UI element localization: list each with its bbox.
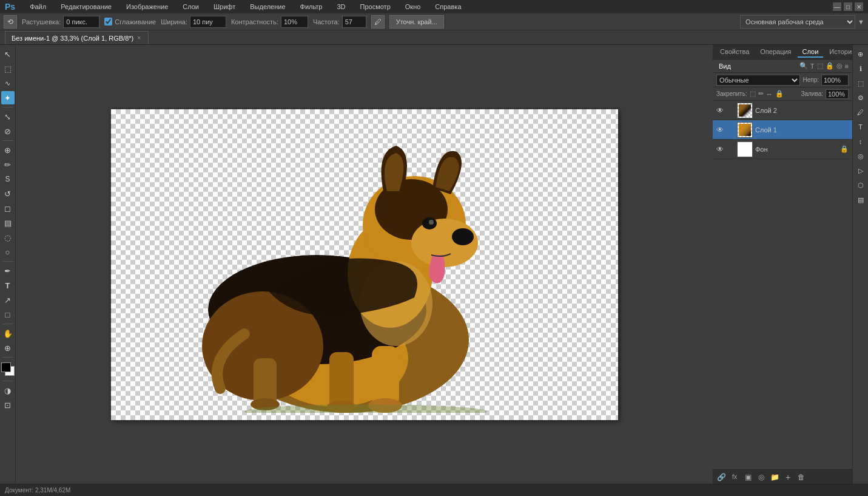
zoom-tool-btn[interactable]: ⊕ (1, 341, 15, 355)
healing-brush-tool-btn[interactable]: ⊕ (1, 143, 15, 157)
layer-view-icon-4[interactable]: 🔒 (826, 62, 834, 70)
menu-image[interactable]: Изображение (124, 2, 170, 12)
blur-tool-btn[interactable]: ◌ (1, 231, 15, 244)
right-icon-1[interactable]: ⊕ (854, 47, 867, 61)
layer-bg-visibility-eye[interactable]: 👁 (716, 145, 725, 154)
right-icon-7[interactable]: ↕ (854, 135, 867, 148)
feather-input[interactable] (63, 16, 99, 28)
lasso-tool-btn[interactable]: ∿ (1, 76, 15, 90)
layer-item-1[interactable]: 👁 Слой 1 (713, 120, 852, 140)
right-icon-6[interactable]: T (854, 120, 867, 134)
menu-file[interactable]: Файл (27, 2, 49, 12)
menu-edit[interactable]: Редактирование (58, 2, 114, 12)
tab-operations[interactable]: Операция (755, 47, 796, 58)
layer-1-visibility-eye[interactable]: 👁 (716, 126, 725, 134)
right-icon-4[interactable]: ⚙ (854, 91, 867, 104)
tab-properties[interactable]: Свойства (715, 47, 754, 58)
right-icon-5[interactable]: 🖊 (854, 106, 867, 119)
right-icon-2[interactable]: ℹ (854, 62, 867, 75)
link-layers-button[interactable]: 🔗 (715, 472, 727, 483)
contrast-input[interactable] (281, 16, 308, 28)
tablet-icon-btn[interactable]: 🖊 (371, 15, 385, 29)
frequency-label: Частота: (313, 18, 340, 25)
layer-view-icon-1[interactable]: 🔍 (799, 62, 808, 70)
menu-layers[interactable]: Слои (180, 2, 201, 12)
frequency-input[interactable] (342, 16, 366, 28)
menu-font[interactable]: Шрифт (211, 2, 238, 12)
layer-item-bg[interactable]: 👁 Фон 🔒 (713, 140, 852, 159)
layer-view-icon-2[interactable]: T (810, 63, 815, 70)
foreground-color-swatch[interactable] (1, 362, 11, 372)
lock-all-icon[interactable]: 🔒 (775, 90, 784, 98)
menu-select[interactable]: Выделение (247, 2, 288, 12)
opacity-input[interactable] (821, 75, 849, 86)
menu-help[interactable]: Справка (432, 2, 463, 12)
shape-tool-btn[interactable]: □ (1, 308, 15, 321)
path-selection-tool-btn[interactable]: ↗ (1, 293, 15, 307)
dodge-tool-btn[interactable]: ○ (1, 245, 15, 259)
history-brush-tool-btn[interactable]: ↺ (1, 187, 15, 200)
layer-item-2[interactable]: 👁 Слой 2 (713, 101, 852, 120)
canvas-area[interactable] (16, 45, 713, 484)
antialias-checkbox[interactable] (104, 18, 112, 25)
right-icon-3[interactable]: ⬚ (854, 76, 867, 90)
lock-paint-icon[interactable]: ✏ (758, 90, 764, 98)
svg-point-16 (429, 220, 434, 225)
new-layer-button[interactable]: + (782, 472, 794, 483)
right-icon-8[interactable]: ◎ (854, 149, 867, 163)
layer-view-icon-5[interactable]: ◎ (836, 62, 843, 70)
adjustment-layer-button[interactable]: ◎ (755, 472, 767, 483)
quick-mask-btn[interactable]: ◑ (1, 384, 15, 397)
brush-tool-btn[interactable]: ✏ (1, 158, 15, 171)
eraser-tool-btn[interactable]: ◻ (1, 202, 15, 215)
minimize-button[interactable]: — (833, 2, 841, 11)
tab-layers[interactable]: Слои (798, 47, 824, 58)
pen-tool-btn[interactable]: ✒ (1, 264, 15, 277)
maximize-button[interactable]: □ (844, 2, 852, 11)
selection-tool-btn[interactable]: ⬚ (1, 62, 15, 75)
lock-transparent-icon[interactable]: ⬚ (750, 90, 756, 98)
right-icon-9[interactable]: ▷ (854, 164, 867, 177)
right-icon-10[interactable]: ⬡ (854, 178, 867, 192)
crop-tool-btn[interactable]: ⤡ (1, 110, 15, 123)
refine-edge-button[interactable]: Уточн. край... (389, 15, 444, 29)
layer-blend-mode-select[interactable]: Обычные (716, 75, 800, 86)
document-tab[interactable]: Без имени-1 @ 33,3% (Слой 1, RGB/8*) × (5, 31, 149, 44)
layer-2-visibility-eye[interactable]: 👁 (716, 106, 725, 115)
gradient-tool-btn[interactable]: ▤ (1, 216, 15, 229)
svg-point-18 (244, 404, 487, 413)
right-vertical-bar: ⊕ ℹ ⬚ ⚙ 🖊 T ↕ ◎ ▷ ⬡ ▤ (852, 45, 868, 484)
tab-close-button[interactable]: × (137, 35, 141, 41)
layer-1-thumb-content (739, 124, 751, 136)
fill-input[interactable] (826, 89, 849, 99)
layer-tab-view[interactable]: Вид (716, 61, 733, 71)
new-group-button[interactable]: 📁 (769, 472, 781, 483)
add-mask-button[interactable]: ▣ (742, 472, 754, 483)
lock-move-icon[interactable]: ↔ (766, 90, 773, 98)
clone-stamp-tool-btn[interactable]: S (1, 172, 15, 186)
color-swatches[interactable] (1, 362, 15, 376)
delete-layer-button[interactable]: 🗑 (795, 472, 807, 483)
menu-view[interactable]: Просмотр (358, 2, 393, 12)
hand-tool-btn[interactable]: ✋ (1, 327, 15, 340)
move-tool-btn[interactable]: ↖ (1, 47, 15, 61)
screen-mode-btn[interactable]: ⊡ (1, 398, 15, 412)
menu-3d[interactable]: 3D (334, 2, 348, 12)
layer-effects-button[interactable]: fx (728, 472, 741, 483)
text-tool-btn[interactable]: T (1, 279, 15, 292)
tool-separator-3 (2, 261, 13, 262)
layer-bottom-bar: 🔗 fx ▣ ◎ 📁 + 🗑 (713, 469, 852, 484)
lock-label: Закрепить: (716, 90, 747, 97)
tool-icon-btn[interactable]: ⟲ (4, 15, 17, 29)
workspace-select[interactable]: Основная рабочая среда (740, 15, 855, 29)
eyedropper-tool-btn[interactable]: ⊘ (1, 124, 15, 138)
menu-window[interactable]: Окно (403, 2, 423, 12)
layer-menu-btn[interactable]: ≡ (845, 63, 849, 70)
close-button[interactable]: ✕ (855, 2, 863, 11)
layer-view-icon-3[interactable]: ⬚ (817, 62, 823, 70)
width-input[interactable] (190, 16, 226, 28)
tool-separator-1 (2, 107, 13, 107)
magic-wand-tool-btn[interactable]: ✦ (1, 91, 15, 104)
menu-filter[interactable]: Фильтр (298, 2, 325, 12)
right-icon-11[interactable]: ▤ (854, 193, 867, 206)
